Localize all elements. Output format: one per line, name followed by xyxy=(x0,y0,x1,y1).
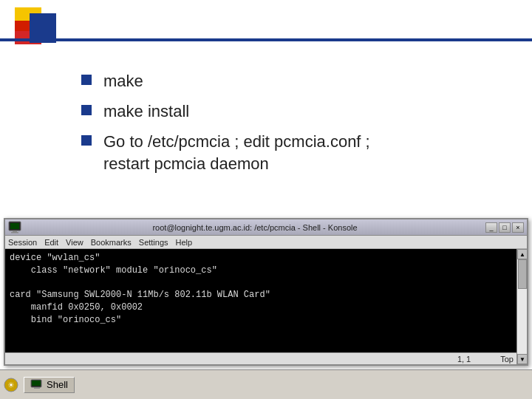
taskbar: ☀ Shell xyxy=(0,369,532,399)
svg-text:☀: ☀ xyxy=(7,381,15,389)
bullet-text-2: make install xyxy=(103,100,189,123)
menu-bookmarks[interactable]: Bookmarks xyxy=(91,238,132,247)
menu-settings[interactable]: Settings xyxy=(139,238,168,247)
svg-rect-8 xyxy=(34,387,40,389)
scrollbar-thumb[interactable] xyxy=(518,259,527,289)
taskbar-shell-item[interactable]: Shell xyxy=(24,377,75,393)
terminal-output[interactable]: device "wvlan_cs" class "network" module… xyxy=(5,249,516,364)
logo-area xyxy=(15,7,89,66)
bullet-square-3 xyxy=(81,135,92,146)
terminal-titlebar: root@lognight.te.ugm.ac.id: /etc/pcmcia … xyxy=(5,219,527,236)
bullet-item-3: Go to /etc/pcmcia ; edit pcmcia.conf ;re… xyxy=(81,131,517,177)
bullet-text-1: make xyxy=(103,70,143,93)
scrollbar-down-button[interactable]: ▼ xyxy=(517,354,528,364)
logo-divider-line xyxy=(0,38,532,41)
terminal-statusbar: 1, 1 Top xyxy=(5,352,516,364)
svg-rect-7 xyxy=(32,381,41,386)
svg-rect-3 xyxy=(11,232,18,233)
bullet-square-2 xyxy=(81,105,92,115)
menu-session[interactable]: Session xyxy=(8,238,37,247)
maximize-button[interactable]: □ xyxy=(499,222,511,233)
menu-edit[interactable]: Edit xyxy=(44,238,58,247)
terminal-body-wrapper: device "wvlan_cs" class "network" module… xyxy=(5,249,527,364)
terminal-icon-area xyxy=(8,221,24,234)
scroll-position: Top xyxy=(500,355,514,364)
taskbar-monitor-icon xyxy=(30,379,44,391)
svg-rect-1 xyxy=(10,223,19,229)
minimize-button[interactable]: _ xyxy=(485,222,497,233)
bullet-item-1: make xyxy=(81,70,517,93)
close-button[interactable]: × xyxy=(512,222,524,233)
menu-view[interactable]: View xyxy=(66,238,83,247)
bullet-text-3: Go to /etc/pcmcia ; edit pcmcia.conf ;re… xyxy=(103,131,370,177)
svg-rect-2 xyxy=(13,231,17,232)
cursor-position: 1, 1 xyxy=(457,355,471,364)
system-tray-icon: ☀ xyxy=(3,377,19,393)
terminal-window-controls[interactable]: _ □ × xyxy=(485,222,524,233)
terminal-menubar: Session Edit View Bookmarks Settings Hel… xyxy=(5,236,527,249)
taskbar-shell-label: Shell xyxy=(47,379,68,390)
scrollbar-track[interactable] xyxy=(517,259,527,354)
scrollbar-up-button[interactable]: ▲ xyxy=(517,249,528,259)
menu-help[interactable]: Help xyxy=(176,238,193,247)
monitor-icon xyxy=(8,221,21,234)
terminal-title: root@lognight.te.ugm.ac.id: /etc/pcmcia … xyxy=(24,223,485,232)
content-area: make make install Go to /etc/pcmcia ; ed… xyxy=(81,70,517,183)
bullet-square-1 xyxy=(81,75,92,85)
terminal-scrollbar[interactable]: ▲ ▼ xyxy=(516,249,527,364)
logo-graphic xyxy=(15,7,74,59)
bullet-item-2: make install xyxy=(81,100,517,123)
terminal-window: root@lognight.te.ugm.ac.id: /etc/pcmcia … xyxy=(4,218,528,366)
